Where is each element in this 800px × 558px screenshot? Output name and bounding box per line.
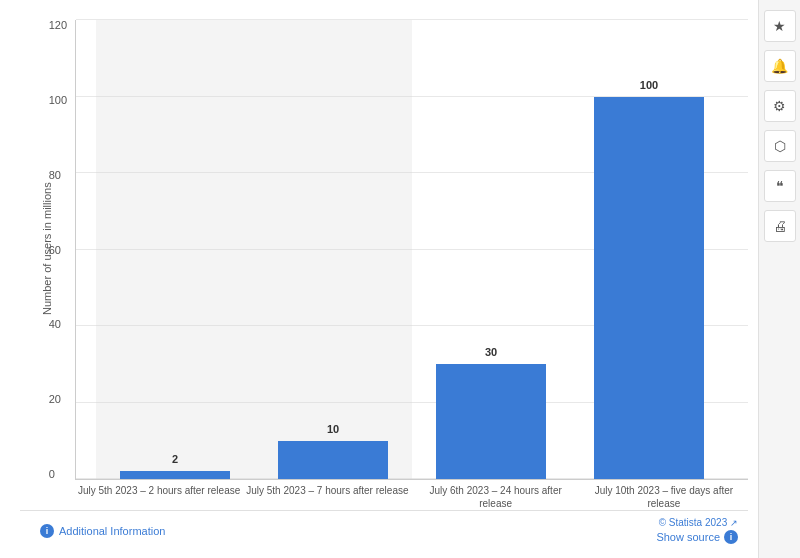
y-tick: 40 — [49, 319, 67, 330]
x-label: July 5th 2023 – 2 hours after release — [75, 480, 243, 510]
chart-inner: Number of users in millions 020406080100… — [20, 20, 748, 480]
x-label: July 10th 2023 – five days after release — [580, 480, 748, 510]
bar: 100 — [594, 97, 705, 480]
y-tick: 120 — [49, 20, 67, 31]
y-axis: Number of users in millions 020406080100… — [20, 20, 75, 480]
y-tick: 100 — [49, 95, 67, 106]
sidebar: ★🔔⚙⬡❝🖨 — [758, 0, 800, 558]
bar-value-label: 30 — [485, 346, 497, 358]
bars-container: 21030100 — [76, 20, 748, 479]
y-tick: 0 — [49, 469, 67, 480]
source-info-icon: i — [724, 530, 738, 544]
bar: 2 — [120, 471, 231, 479]
bar-value-label: 100 — [640, 79, 658, 91]
y-tick: 80 — [49, 170, 67, 181]
statista-credit-text: © Statista 2023 — [659, 517, 728, 528]
print-button[interactable]: 🖨 — [764, 210, 796, 242]
chart-area: Number of users in millions 020406080100… — [0, 0, 758, 558]
bar: 30 — [436, 364, 547, 479]
bar-value-label: 2 — [172, 453, 178, 465]
y-tick: 20 — [49, 394, 67, 405]
share-button[interactable]: ⬡ — [764, 130, 796, 162]
bar-group: 10 — [254, 20, 412, 479]
notification-button[interactable]: 🔔 — [764, 50, 796, 82]
x-labels: July 5th 2023 – 2 hours after releaseJul… — [20, 480, 748, 510]
bar-value-label: 10 — [327, 423, 339, 435]
statista-credit: © Statista 2023 ↗ — [659, 517, 738, 528]
show-source-button[interactable]: Show source i — [656, 530, 738, 544]
bar-group: 100 — [570, 20, 728, 479]
chart-plot: 21030100 — [75, 20, 748, 480]
y-axis-label: Number of users in millions — [41, 185, 53, 315]
quote-button[interactable]: ❝ — [764, 170, 796, 202]
bar-group: 30 — [412, 20, 570, 479]
footer-left: i Additional Information — [40, 524, 165, 538]
x-label: July 5th 2023 – 7 hours after release — [243, 480, 411, 510]
chart-wrapper: Number of users in millions 020406080100… — [20, 20, 748, 510]
info-icon: i — [40, 524, 54, 538]
bar: 10 — [278, 441, 389, 479]
x-label: July 6th 2023 – 24 hours after release — [412, 480, 580, 510]
external-link-icon: ↗ — [730, 518, 738, 528]
footer-right: © Statista 2023 ↗ Show source i — [656, 517, 738, 544]
show-source-label: Show source — [656, 531, 720, 543]
favorite-button[interactable]: ★ — [764, 10, 796, 42]
settings-button[interactable]: ⚙ — [764, 90, 796, 122]
additional-info-label[interactable]: Additional Information — [59, 525, 165, 537]
bar-group: 2 — [96, 20, 254, 479]
footer: i Additional Information © Statista 2023… — [20, 510, 748, 548]
main-container: Number of users in millions 020406080100… — [0, 0, 800, 558]
